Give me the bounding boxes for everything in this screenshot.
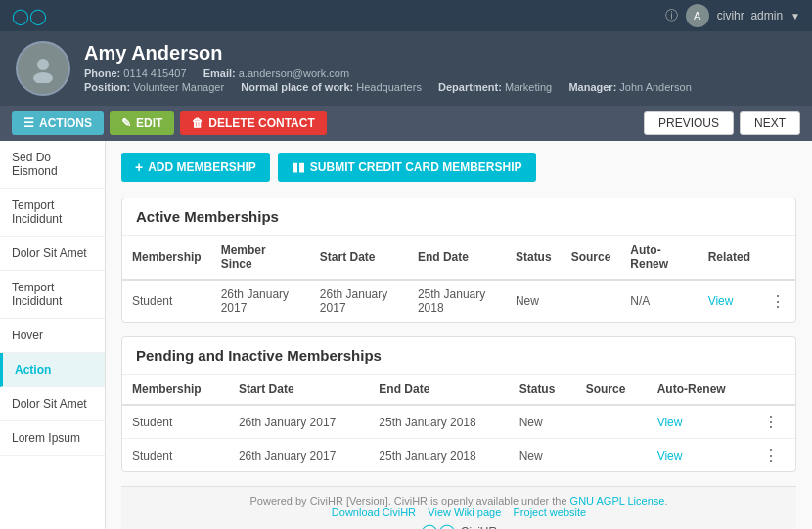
license-link[interactable]: GNU AGPL License: [570, 495, 665, 507]
submit-credit-card-button[interactable]: ▮▮ SUBMIT CREDIT CARD MEMBERSHIP: [278, 153, 536, 182]
footer-text: Powered by CiviHR [Version]. CiviHR is o…: [129, 495, 789, 507]
contact-avatar: [16, 41, 70, 96]
svg-point-1: [33, 72, 53, 83]
user-dropdown-arrow[interactable]: ▼: [790, 11, 800, 22]
cell-end-date: 25th January 2018: [408, 280, 506, 322]
col-status: Status: [506, 236, 562, 280]
cell-source: [576, 439, 648, 472]
col-start-date: Start Date: [229, 375, 369, 405]
col-status: Status: [510, 375, 576, 405]
active-memberships-title: Active Memberships: [122, 198, 795, 236]
cell-member-since: 26th January 2017: [211, 280, 310, 322]
contact-name: Amy Anderson: [84, 42, 699, 65]
add-membership-button[interactable]: + ADD MEMBERSHIP: [121, 153, 270, 182]
action-bar-left: ☰ ACTIONS ✎ EDIT 🗑 DELETE CONTACT: [12, 111, 327, 135]
nav-right: ⓘ A civihr_admin ▼: [665, 4, 800, 27]
col-end-date: End Date: [408, 236, 506, 280]
cell-auto-renew: N/A: [620, 280, 698, 322]
cell-end-date: 25th January 2018: [369, 405, 509, 439]
col-related: Related: [699, 236, 760, 280]
contact-header: Amy Anderson Phone: 0114 415407 Email: a…: [0, 31, 812, 106]
sidebar-item-2[interactable]: Dolor Sit Amet: [0, 237, 105, 271]
cell-source: [576, 405, 648, 439]
top-navbar: ◯◯ ⓘ A civihr_admin ▼: [0, 0, 812, 31]
col-membership: Membership: [122, 375, 229, 405]
main-layout: Sed Do Eismond Temport Incididunt Dolor …: [0, 141, 812, 529]
username-label[interactable]: civihr_admin: [717, 9, 783, 22]
cell-start-date: 26th January 2017: [310, 280, 408, 322]
col-membership: Membership: [122, 236, 211, 280]
table-row: Student 26th January 2017 26th January 2…: [122, 280, 795, 322]
cell-status: New: [510, 439, 576, 472]
sidebar-item-6[interactable]: Dolor Sit Amet: [0, 387, 105, 421]
edit-button[interactable]: ✎ EDIT: [110, 111, 174, 135]
active-memberships-table: Membership Member Since Start Date End D…: [122, 236, 795, 322]
cell-auto-renew: View: [648, 405, 753, 439]
col-start-date: Start Date: [310, 236, 408, 280]
col-actions: [753, 375, 795, 405]
actions-button[interactable]: ☰ ACTIONS: [12, 111, 104, 135]
content-area: + ADD MEMBERSHIP ▮▮ SUBMIT CREDIT CARD M…: [106, 141, 812, 529]
col-source: Source: [562, 236, 621, 280]
cell-source: [562, 280, 621, 322]
table-row: Student 26th January 2017 25th January 2…: [122, 405, 795, 439]
trash-icon: 🗑: [192, 116, 203, 130]
cell-membership: Student: [122, 439, 229, 472]
action-bar-right: PREVIOUS NEXT: [644, 111, 800, 135]
cell-start-date: 26th January 2017: [229, 439, 369, 472]
sidebar-item-3[interactable]: Temport Incididunt: [0, 271, 105, 319]
cell-status: New: [506, 280, 562, 322]
more-icon[interactable]: ⋮: [770, 293, 786, 310]
menu-icon: ☰: [23, 116, 34, 130]
svg-point-0: [37, 59, 49, 70]
cell-start-date: 26th January 2017: [229, 405, 369, 439]
active-memberships-section: Active Memberships Membership Member Sin…: [121, 198, 796, 323]
logo: ◯◯: [12, 7, 47, 25]
download-civihr-link[interactable]: Download CiviHR: [332, 507, 416, 518]
sidebar: Sed Do Eismond Temport Incididunt Dolor …: [0, 141, 106, 529]
contact-position: Position: Volunteer Manager Normal place…: [84, 81, 699, 93]
table-row: Student 26th January 2017 25th January 2…: [122, 439, 795, 472]
help-icon[interactable]: ⓘ: [665, 7, 678, 24]
footer: Powered by CiviHR [Version]. CiviHR is o…: [121, 486, 796, 529]
cell-status: New: [510, 405, 576, 439]
more-icon[interactable]: ⋮: [763, 414, 779, 430]
sidebar-item-4[interactable]: Hover: [0, 319, 105, 353]
avatar: A: [686, 4, 709, 27]
delete-button[interactable]: 🗑 DELETE CONTACT: [180, 111, 326, 135]
sidebar-item-5[interactable]: Action: [0, 353, 105, 387]
view-link[interactable]: View: [657, 449, 683, 463]
contact-phone-email: Phone: 0114 415407 Email: a.anderson@wor…: [84, 67, 699, 79]
col-member-since: Member Since: [211, 236, 310, 280]
view-link[interactable]: View: [708, 294, 734, 308]
pending-memberships-section: Pending and Inactive Memberships Members…: [121, 336, 796, 472]
pending-memberships-title: Pending and Inactive Memberships: [122, 337, 795, 375]
contact-info: Amy Anderson Phone: 0114 415407 Email: a…: [84, 42, 699, 95]
membership-actions: + ADD MEMBERSHIP ▮▮ SUBMIT CREDIT CARD M…: [121, 153, 796, 182]
cell-related: View: [699, 280, 760, 322]
wiki-link[interactable]: View Wiki page: [428, 507, 501, 518]
cell-auto-renew: View: [648, 439, 753, 472]
project-link[interactable]: Project website: [514, 507, 587, 518]
sidebar-item-7[interactable]: Lorem Ipsum: [0, 421, 105, 456]
more-icon[interactable]: ⋮: [763, 447, 779, 463]
civihr-logo-icon: ◯◯: [421, 522, 456, 529]
cell-membership: Student: [122, 280, 211, 322]
col-source: Source: [576, 375, 648, 405]
pending-memberships-table: Membership Start Date End Date Status So…: [122, 375, 795, 471]
next-button[interactable]: NEXT: [740, 111, 800, 135]
sidebar-item-1[interactable]: Temport Incididunt: [0, 189, 105, 237]
cell-more: ⋮: [760, 280, 795, 322]
previous-button[interactable]: PREVIOUS: [644, 111, 734, 135]
col-end-date: End Date: [369, 375, 509, 405]
sidebar-item-0[interactable]: Sed Do Eismond: [0, 141, 105, 189]
plus-icon: +: [135, 159, 143, 175]
credit-card-icon: ▮▮: [292, 160, 305, 174]
col-auto-renew: Auto-Renew: [620, 236, 698, 280]
col-auto-renew: Auto-Renew: [648, 375, 753, 405]
cell-more: ⋮: [753, 439, 795, 472]
edit-icon: ✎: [121, 116, 131, 130]
action-bar: ☰ ACTIONS ✎ EDIT 🗑 DELETE CONTACT PREVIO…: [0, 106, 812, 141]
view-link[interactable]: View: [657, 416, 683, 429]
col-actions: [760, 236, 795, 280]
